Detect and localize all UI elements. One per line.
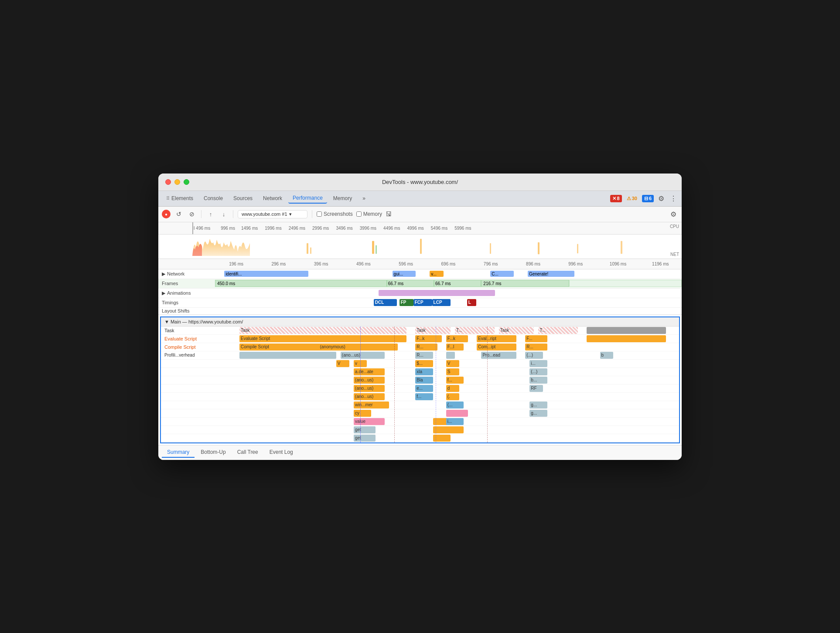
animations-expand-icon[interactable]: ▶: [162, 290, 165, 296]
profiling-bar-5: (...): [525, 352, 543, 359]
capture-settings-button[interactable]: ⚙: [669, 209, 678, 219]
network-bar-2: gui...: [393, 271, 416, 277]
record-button[interactable]: ●: [162, 210, 171, 218]
flame-row-11: value i...: [161, 418, 679, 426]
task-bars-12: get: [239, 426, 679, 434]
tab-call-tree[interactable]: Call Tree: [232, 447, 263, 458]
frame-block-5: [569, 280, 682, 287]
row4-bar-v2: v: [354, 360, 367, 367]
timings-row-content: DCL FP FCP LCP L: [215, 298, 682, 307]
row4-bar-v: V: [336, 360, 349, 367]
cpu-visualization: [158, 235, 682, 259]
row11-bar-i: i...: [446, 418, 464, 425]
eval-bar-5: [587, 335, 666, 342]
detail-mark-10: 1196 ms: [639, 262, 682, 266]
task-bars-1: Evaluate Script F...k F...k Eval...ript …: [239, 335, 679, 343]
task-label-13: [161, 434, 239, 442]
eval-bar-1: F...k: [415, 335, 441, 342]
maximize-button[interactable]: [184, 179, 189, 185]
tab-memory[interactable]: Memory: [329, 194, 356, 203]
more-options-button[interactable]: ⋮: [669, 194, 678, 203]
detail-mark-4: 596 ms: [385, 262, 427, 266]
profiling-bar-3: [446, 352, 455, 359]
task-label-7: [161, 385, 239, 392]
screenshots-checkbox-group: Screenshots: [317, 211, 353, 217]
row5-bar-xla: xla: [415, 368, 433, 375]
row6-bar-b: b...: [529, 377, 547, 384]
reload-record-button[interactable]: ↺: [174, 209, 184, 219]
row6-bar-f: f...: [446, 377, 464, 384]
svg-rect-6: [538, 242, 540, 254]
upload-button[interactable]: ↑: [206, 209, 215, 219]
network-bar-1: identifi...: [224, 271, 308, 277]
task-bars-4: V v $... V i...: [239, 360, 679, 368]
tab-event-log[interactable]: Event Log: [264, 447, 298, 458]
error-icon: ✕: [612, 196, 616, 201]
net-label: NET: [670, 252, 679, 257]
task-label-6: [161, 376, 239, 384]
task-label-3: Profili...verhead: [161, 351, 239, 359]
flame-row-9: win...mer (... g...: [161, 401, 679, 409]
ruler-mark-0: II 496 ms: [192, 226, 210, 231]
flame-row-12: get: [161, 426, 679, 434]
tab-overflow[interactable]: »: [358, 194, 370, 203]
task-bars-13: get: [239, 434, 679, 442]
detail-mark-0: 196 ms: [215, 262, 257, 266]
ruler-mark-5: 2996 ms: [312, 226, 329, 231]
memory-checkbox-group: Memory: [356, 211, 382, 217]
tab-network[interactable]: Network: [259, 194, 287, 203]
memory-checkbox[interactable]: [356, 211, 362, 217]
animations-row-content: [215, 289, 682, 298]
network-expand-icon[interactable]: ▶: [162, 271, 165, 277]
profiling-bar-6: b: [600, 352, 613, 359]
frame-block-3: 66.7 ms: [434, 280, 481, 287]
svg-rect-5: [490, 243, 491, 254]
task-label-10: [161, 409, 239, 417]
task-bars-10: cy g...: [239, 409, 679, 417]
network-bar-5: Generate!: [528, 271, 574, 277]
ruler-mark-1: 996 ms: [221, 226, 235, 231]
url-selector[interactable]: www.youtube.com #1 ▾: [238, 210, 307, 218]
info-count-badge: ⊟ 6: [642, 195, 654, 202]
detail-mark-3: 496 ms: [342, 262, 385, 266]
row9-bar-win: win...mer: [354, 402, 389, 408]
task-label-12: [161, 426, 239, 434]
task-bar-task-5: [587, 327, 666, 334]
timeline-container: II 496 ms 996 ms 1496 ms 1996 ms 2496 ms…: [158, 222, 682, 445]
flame-row-compile: Compile Script Compile Script (anonymous…: [161, 343, 679, 351]
detail-mark-7: 896 ms: [512, 262, 554, 266]
ruler-mark-11: 5996 ms: [454, 226, 471, 231]
flame-row-task: Task Task Task T... Task T...: [161, 327, 679, 335]
screenshots-checkbox[interactable]: [317, 211, 322, 217]
tab-elements[interactable]: ⠿ Elements: [162, 194, 198, 203]
detail-mark-5: 696 ms: [427, 262, 469, 266]
tab-bar-icons: ✕ 8 ⚠ 30 ⊟ 6 ⚙ ⋮: [610, 194, 679, 203]
tab-summary[interactable]: Summary: [162, 447, 195, 458]
task-label-1: Evaluate Script: [161, 335, 239, 343]
tab-sources[interactable]: Sources: [229, 194, 257, 203]
clear-button[interactable]: ⊘: [187, 209, 197, 219]
download-button[interactable]: ↓: [219, 209, 229, 219]
row10-bar-g2: g...: [529, 410, 547, 417]
network-row: ▶ Network identifi... gui... v... C... G…: [158, 269, 682, 279]
task-bar-task-4: T...: [538, 327, 578, 334]
tab-bottom-up[interactable]: Bottom-Up: [195, 447, 231, 458]
network-bar-4: C...: [490, 271, 514, 277]
ruler-marks: II 496 ms 996 ms 1496 ms 1996 ms 2496 ms…: [158, 226, 682, 231]
tab-console[interactable]: Console: [199, 194, 227, 203]
task-bars-7: (ano...us) e... d RF: [239, 385, 679, 392]
task-bars-2: Compile Script (anonymous) R... F...l Co…: [239, 343, 679, 351]
task-bar-task-3: Task: [499, 327, 534, 334]
svg-rect-8: [621, 241, 622, 253]
settings-button[interactable]: ⚙: [656, 194, 666, 203]
svg-rect-7: [577, 244, 578, 253]
minimize-button[interactable]: [174, 179, 180, 185]
frames-row-label: Frames: [158, 281, 215, 286]
error-count-badge: ✕ 8: [610, 195, 622, 202]
tab-performance[interactable]: Performance: [288, 193, 327, 204]
profiling-bar-0: [239, 352, 336, 359]
row4-bar-i: i...: [529, 360, 547, 367]
traffic-lights: [165, 179, 189, 185]
cpu-chart: NET: [158, 235, 682, 259]
close-button[interactable]: [165, 179, 171, 185]
